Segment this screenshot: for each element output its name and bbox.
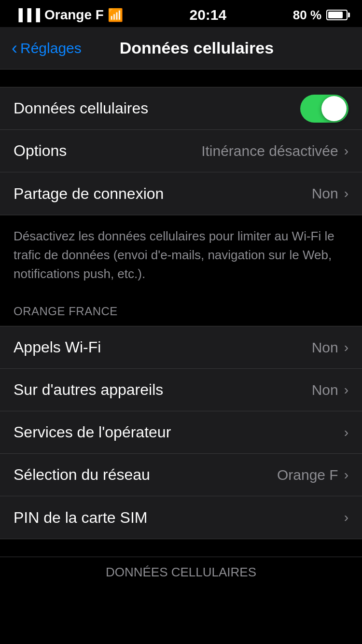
cellular-data-label: Données cellulaires [14,99,148,117]
network-selection-chevron-icon: › [344,467,348,483]
options-chevron-icon: › [344,143,348,159]
sim-pin-right: › [344,510,348,525]
navigation-bar: ‹ Réglages Données cellulaires [0,27,362,70]
hotspot-chevron-icon: › [344,186,348,201]
personal-hotspot-label: Partage de connexion [14,185,164,203]
bottom-gap [0,539,362,557]
wifi-calling-value: Non [312,339,338,356]
info-text: Désactivez les données cellulaires pour … [14,229,334,281]
other-devices-label: Sur d'autres appareils [14,381,163,399]
battery-icon [326,10,348,20]
sim-pin-chevron-icon: › [344,510,348,525]
wifi-calling-label: Appels Wi-Fi [14,338,101,356]
cellular-data-row[interactable]: Données cellulaires [0,87,362,130]
personal-hotspot-row[interactable]: Partage de connexion Non › [0,172,362,215]
sim-pin-label: PIN de la carte SIM [14,509,147,527]
back-chevron-icon: ‹ [12,40,17,57]
operator-services-right: › [344,425,348,440]
options-value: Itinérance désactivée [201,143,338,159]
network-selection-label: Sélection du réseau [14,466,150,484]
main-settings-group: Données cellulaires Options Itinérance d… [0,87,362,215]
battery-percent-label: 80 % [293,8,321,23]
orange-section-header: ORANGE FRANCE [0,297,362,326]
sim-pin-row[interactable]: PIN de la carte SIM › [0,496,362,539]
toggle-thumb [321,96,347,121]
network-selection-row[interactable]: Sélection du réseau Orange F › [0,454,362,496]
status-right: 80 % [293,8,348,23]
other-devices-chevron-icon: › [344,382,348,398]
wifi-calling-row[interactable]: Appels Wi-Fi Non › [0,326,362,369]
bottom-section-label: DONNÉES CELLULAIRES [0,557,362,588]
info-text-block: Désactivez les données cellulaires pour … [0,215,362,297]
options-label: Options [14,142,67,160]
options-row[interactable]: Options Itinérance désactivée › [0,130,362,172]
orange-settings-group: Appels Wi-Fi Non › Sur d'autres appareil… [0,326,362,539]
wifi-calling-right: Non › [312,339,348,356]
signal-icon: ▐▐▐ [14,8,41,22]
cellular-data-toggle[interactable] [300,95,348,123]
status-bar: ▐▐▐ Orange F 📶 20:14 80 % [0,0,362,27]
network-selection-value: Orange F [277,467,338,483]
toggle-container [300,95,348,123]
status-left: ▐▐▐ Orange F 📶 [14,7,123,23]
other-devices-row[interactable]: Sur d'autres appareils Non › [0,369,362,411]
time-label: 20:14 [189,7,226,23]
options-right: Itinérance désactivée › [201,143,348,159]
hotspot-value: Non [312,185,338,202]
carrier-label: Orange F [44,7,104,23]
network-selection-right: Orange F › [277,467,348,483]
top-gap [0,70,362,87]
operator-services-chevron-icon: › [344,425,348,440]
other-devices-value: Non [312,382,338,398]
wifi-icon: 📶 [108,8,123,23]
hotspot-right: Non › [312,185,348,202]
other-devices-right: Non › [312,382,348,398]
operator-services-label: Services de l'opérateur [14,423,171,441]
page-title: Données cellulaires [43,39,350,57]
operator-services-row[interactable]: Services de l'opérateur › [0,411,362,454]
wifi-calling-chevron-icon: › [344,340,348,355]
